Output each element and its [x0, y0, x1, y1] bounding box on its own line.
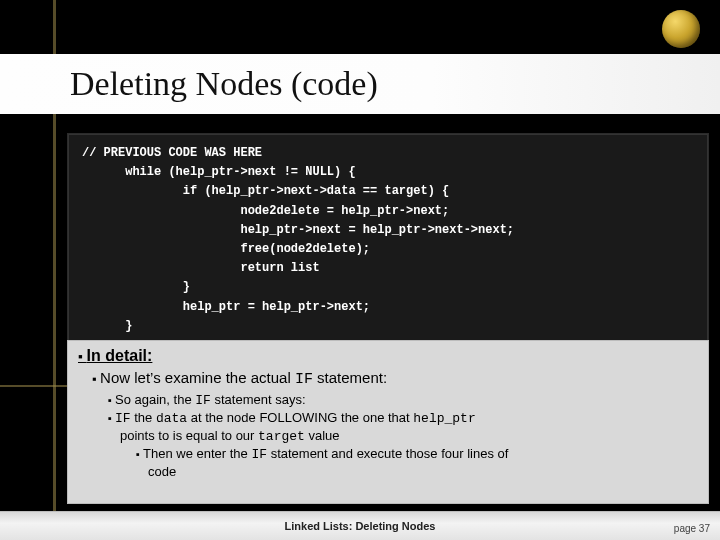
code-token: target [258, 429, 305, 444]
text: at the node FOLLOWING the one that [187, 410, 413, 425]
text: So again, the [115, 392, 195, 407]
code-token: data [156, 411, 187, 426]
page-number: page 37 [674, 523, 710, 534]
text: the [131, 410, 156, 425]
code-block: // PREVIOUS CODE WAS HERE while (help_pt… [68, 134, 708, 349]
text: statement says: [211, 392, 306, 407]
detail-line-1: Now let’s examine the actual IF statemen… [92, 369, 698, 388]
slide: Deleting Nodes (code) // PREVIOUS CODE W… [0, 0, 720, 540]
detail-heading: In detail: [78, 347, 698, 365]
code-token: IF [251, 447, 267, 462]
text: Then we enter the [143, 446, 251, 461]
detail-panel: In detail: Now let’s examine the actual … [68, 341, 708, 503]
footer-bar: Linked Lists: Deleting Nodes [0, 511, 720, 540]
detail-line-2a: So again, the IF statement says: [108, 392, 698, 408]
text: statement and execute those four lines o… [267, 446, 508, 461]
footer-title: Linked Lists: Deleting Nodes [285, 520, 436, 532]
text: points to is equal to our [120, 428, 258, 443]
code-token: IF [115, 411, 131, 426]
code-token: IF [295, 371, 313, 388]
text: statement: [313, 369, 387, 386]
detail-line-3: Then we enter the IF statement and execu… [136, 446, 698, 462]
detail-line-2b-cont: points to is equal to our target value [120, 428, 698, 444]
text: Now let’s examine the actual [100, 369, 295, 386]
code-token: help_ptr [413, 411, 475, 426]
code-token: IF [195, 393, 211, 408]
detail-line-3-cont: code [148, 464, 698, 479]
logo-icon [662, 10, 700, 48]
text: value [305, 428, 340, 443]
detail-line-2b: IF the data at the node FOLLOWING the on… [108, 410, 698, 426]
page-title: Deleting Nodes (code) [0, 65, 378, 103]
title-bar: Deleting Nodes (code) [0, 54, 720, 114]
horizontal-rule [0, 385, 68, 387]
